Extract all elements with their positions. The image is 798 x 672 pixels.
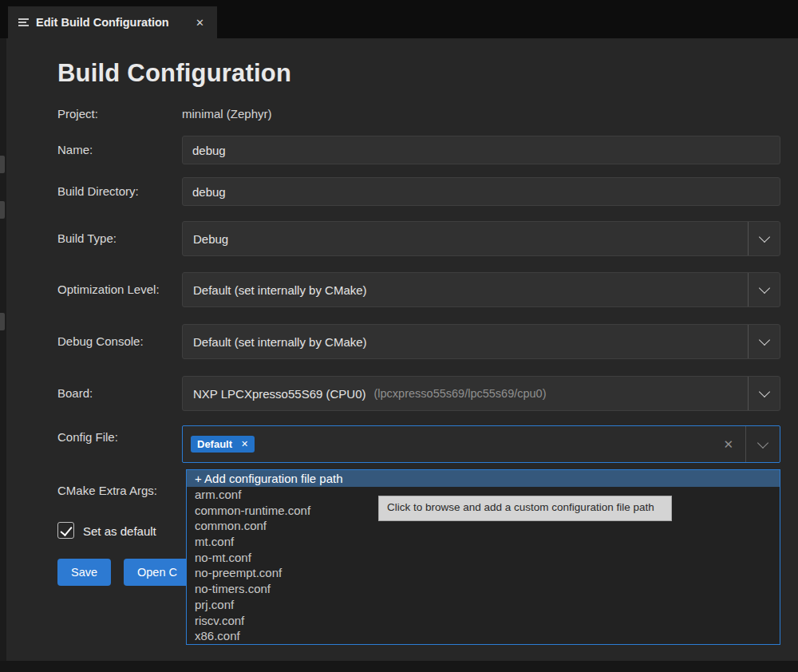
app-window: Edit Build Configuration ✕ Build Configu…	[0, 0, 798, 672]
tab-edit-build-configuration[interactable]: Edit Build Configuration ✕	[8, 6, 217, 38]
project-label: Project:	[57, 107, 98, 121]
cmake-extra-args-label: CMake Extra Args:	[57, 484, 157, 497]
chip-close-icon[interactable]: ✕	[238, 439, 251, 449]
gutter-notch	[0, 201, 5, 219]
optimization-level-value: Default (set internally by CMake)	[193, 283, 367, 297]
name-label: Name:	[57, 143, 93, 156]
tab-bar: Edit Build Configuration ✕	[0, 0, 798, 38]
tab-close-icon[interactable]: ✕	[193, 15, 207, 30]
open-button[interactable]: Open C	[124, 559, 191, 586]
dropdown-option[interactable]: no-mt.conf	[187, 550, 780, 566]
webview-icon	[18, 18, 29, 26]
page-title: Build Configuration	[57, 59, 291, 88]
dropdown-option[interactable]: mt.conf	[187, 534, 780, 550]
build-type-select[interactable]: Debug	[182, 221, 780, 256]
dropdown-option[interactable]: no-timers.conf	[187, 581, 780, 597]
debug-console-label: Debug Console:	[57, 334, 144, 348]
gutter-notch	[0, 156, 5, 173]
chevron-down-icon[interactable]	[746, 442, 780, 447]
chevron-down-icon	[748, 325, 780, 358]
debug-console-value: Default (set internally by CMake)	[193, 335, 367, 349]
debug-console-select[interactable]: Default (set internally by CMake)	[182, 324, 780, 359]
tab-title: Edit Build Configuration	[36, 16, 169, 29]
clear-icon[interactable]: ✕	[711, 437, 745, 452]
dropdown-add-option[interactable]: + Add configuration file path	[187, 470, 780, 487]
config-file-label: Config File:	[57, 430, 118, 444]
dropdown-option[interactable]: prj.conf	[187, 597, 780, 613]
chevron-down-icon	[748, 377, 780, 410]
name-input[interactable]	[182, 136, 780, 164]
set-as-default-checkbox[interactable]	[57, 522, 74, 539]
dropdown-option[interactable]: x86.conf	[187, 628, 780, 644]
build-type-label: Build Type:	[57, 231, 117, 245]
build-type-value: Debug	[193, 232, 228, 246]
chevron-down-icon	[748, 273, 780, 306]
dropdown-tooltip: Click to browse and add a custom configu…	[378, 496, 672, 521]
left-gutter	[0, 38, 6, 672]
gutter-notch	[0, 313, 5, 330]
build-directory-label: Build Directory:	[57, 184, 139, 198]
board-label: Board:	[57, 386, 93, 400]
optimization-level-label: Optimization Level:	[57, 283, 160, 296]
build-directory-input[interactable]	[182, 177, 780, 206]
project-value: minimal (Zephyr)	[182, 107, 272, 121]
checkmark-icon	[60, 524, 72, 536]
board-value: NXP LPCXpresso55S69 (CPU0)	[193, 387, 366, 401]
bottom-strip	[0, 661, 798, 672]
board-select[interactable]: NXP LPCXpresso55S69 (CPU0) (lpcxpresso55…	[182, 376, 780, 411]
config-file-chip[interactable]: Default ✕	[191, 436, 255, 453]
dropdown-option[interactable]: no-preempt.conf	[187, 565, 780, 581]
optimization-level-select[interactable]: Default (set internally by CMake)	[182, 272, 780, 307]
config-file-controls: ✕	[711, 426, 780, 462]
save-button[interactable]: Save	[57, 559, 111, 586]
chip-label: Default	[197, 438, 232, 450]
chevron-down-icon	[748, 222, 780, 255]
dropdown-option[interactable]: riscv.conf	[187, 613, 780, 629]
board-detail: (lpcxpresso55s69/lpc55s69/cpu0)	[374, 387, 547, 400]
config-file-multiselect[interactable]: Default ✕ ✕	[182, 425, 780, 463]
set-as-default-label: Set as default	[83, 524, 156, 538]
